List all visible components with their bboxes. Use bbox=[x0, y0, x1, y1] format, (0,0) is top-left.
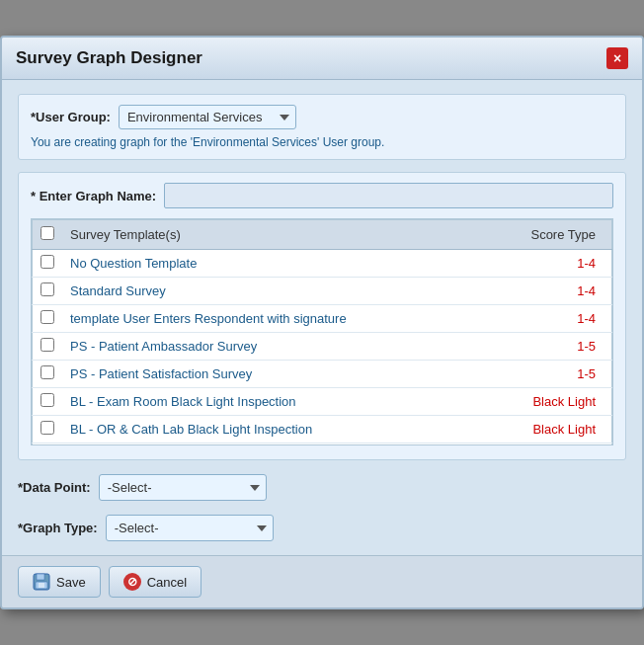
row-check-cell bbox=[33, 278, 63, 305]
table-row: PS - Patient Ambassador Survey 1-5 bbox=[33, 333, 612, 361]
save-icon bbox=[33, 573, 50, 591]
row-check-cell bbox=[33, 333, 63, 361]
row-check-cell bbox=[33, 361, 63, 388]
table-row: Standard Survey 1-4 bbox=[33, 278, 612, 305]
row-check-cell bbox=[33, 388, 63, 416]
save-label: Save bbox=[56, 575, 86, 590]
th-template: Survey Template(s) bbox=[62, 220, 484, 250]
table-row: template User Enters Respondent with sig… bbox=[33, 305, 612, 333]
cancel-button[interactable]: ⊘ Cancel bbox=[109, 566, 201, 598]
row-checkbox-0[interactable] bbox=[40, 255, 54, 269]
table-row: PS - Patient Satisfaction Survey 1-5 bbox=[33, 361, 612, 388]
svg-rect-3 bbox=[39, 583, 44, 588]
row-checkbox-5[interactable] bbox=[40, 393, 54, 407]
row-checkbox-3[interactable] bbox=[40, 338, 54, 352]
row-check-cell bbox=[33, 416, 63, 443]
table-row: BL - Patient Room Blacklight Inspection … bbox=[33, 443, 612, 446]
user-group-section: *User Group: Environmental Services Nurs… bbox=[18, 94, 626, 160]
row-template-name: BL - OR & Cath Lab Black Light Inspectio… bbox=[62, 416, 484, 443]
row-score: Black Light bbox=[484, 416, 612, 443]
row-template-name: PS - Patient Satisfaction Survey bbox=[62, 361, 484, 388]
user-group-info: You are creating graph for the 'Environm… bbox=[31, 135, 613, 149]
templates-table: Survey Template(s) Score Type No Questio… bbox=[32, 219, 612, 445]
row-score: Black Light bbox=[484, 388, 612, 416]
save-button[interactable]: Save bbox=[18, 566, 101, 598]
row-checkbox-2[interactable] bbox=[40, 310, 54, 324]
graph-type-label: *Graph Type: bbox=[18, 521, 98, 535]
user-group-select[interactable]: Environmental Services Nursing Administr… bbox=[119, 105, 296, 129]
table-header-row: Survey Template(s) Score Type bbox=[33, 220, 612, 250]
table-row: BL - Exam Room Black Light Inspection Bl… bbox=[33, 388, 612, 416]
row-check-cell bbox=[33, 443, 63, 446]
graph-type-row: *Graph Type: -Select- Bar Line Pie bbox=[18, 515, 626, 541]
cancel-icon: ⊘ bbox=[123, 573, 141, 591]
dialog-title: Survey Graph Designer bbox=[16, 48, 202, 68]
graph-name-input[interactable] bbox=[164, 183, 613, 208]
row-template-name: Standard Survey bbox=[62, 278, 484, 305]
graph-name-section: * Enter Graph Name: Survey Template(s) S… bbox=[18, 172, 626, 460]
row-score: Black Light bbox=[484, 443, 612, 446]
graph-name-label: * Enter Graph Name: bbox=[31, 189, 156, 203]
row-check-cell bbox=[33, 250, 63, 278]
dialog-body: *User Group: Environmental Services Nurs… bbox=[2, 80, 642, 555]
row-template-name: BL - Exam Room Black Light Inspection bbox=[62, 388, 484, 416]
graph-name-row: * Enter Graph Name: bbox=[31, 183, 613, 208]
row-check-cell bbox=[33, 305, 63, 333]
templates-table-container[interactable]: Survey Template(s) Score Type No Questio… bbox=[31, 218, 613, 445]
table-row: BL - OR & Cath Lab Black Light Inspectio… bbox=[33, 416, 612, 443]
row-score: 1-5 bbox=[484, 361, 612, 388]
table-row: No Question Template 1-4 bbox=[33, 250, 612, 278]
row-score: 1-4 bbox=[484, 250, 612, 278]
row-checkbox-6[interactable] bbox=[40, 421, 54, 435]
row-score: 1-5 bbox=[484, 333, 612, 361]
select-all-checkbox[interactable] bbox=[40, 226, 54, 240]
survey-graph-designer-dialog: Survey Graph Designer × *User Group: Env… bbox=[0, 36, 644, 609]
data-point-label: *Data Point: bbox=[18, 480, 91, 495]
row-template-name: PS - Patient Ambassador Survey bbox=[62, 333, 484, 361]
dialog-titlebar: Survey Graph Designer × bbox=[2, 38, 642, 80]
row-score: 1-4 bbox=[484, 305, 612, 333]
row-template-name: template User Enters Respondent with sig… bbox=[62, 305, 484, 333]
data-point-row: *Data Point: -Select- Score Percentage C… bbox=[18, 474, 626, 501]
svg-rect-1 bbox=[37, 574, 44, 580]
dialog-footer: Save ⊘ Cancel bbox=[2, 555, 642, 607]
th-score: Score Type bbox=[484, 220, 612, 250]
user-group-row: *User Group: Environmental Services Nurs… bbox=[31, 105, 613, 129]
graph-type-select[interactable]: -Select- Bar Line Pie bbox=[106, 515, 274, 541]
cancel-label: Cancel bbox=[147, 575, 187, 590]
row-template-name: No Question Template bbox=[62, 250, 484, 278]
row-template-name: BL - Patient Room Blacklight Inspection bbox=[62, 443, 484, 446]
row-checkbox-1[interactable] bbox=[40, 282, 54, 296]
row-checkbox-4[interactable] bbox=[40, 365, 54, 379]
data-point-select[interactable]: -Select- Score Percentage Count bbox=[99, 474, 267, 501]
close-button[interactable]: × bbox=[606, 47, 628, 69]
user-group-label: *User Group: bbox=[31, 110, 111, 124]
row-score: 1-4 bbox=[484, 278, 612, 305]
th-checkbox bbox=[33, 220, 63, 250]
